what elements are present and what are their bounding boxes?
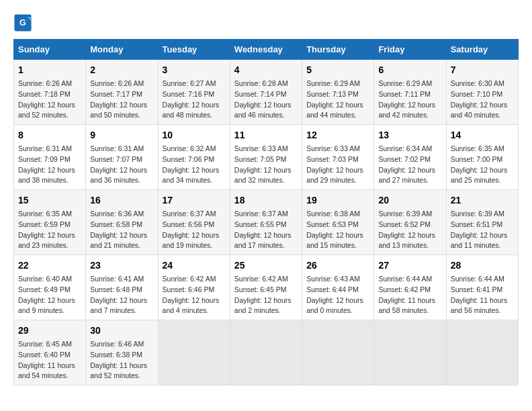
- day-number: 7: [451, 63, 514, 77]
- calendar-cell: 17Sunrise: 6:37 AMSunset: 6:56 PMDayligh…: [158, 190, 230, 255]
- calendar-cell: [158, 320, 230, 385]
- logo-icon: G: [13, 13, 32, 32]
- day-number: 26: [306, 259, 369, 273]
- calendar-cell: [446, 320, 518, 385]
- day-info: Sunrise: 6:30 AMSunset: 7:10 PMDaylight:…: [451, 79, 514, 121]
- calendar-cell: 21Sunrise: 6:39 AMSunset: 6:51 PMDayligh…: [446, 190, 518, 255]
- svg-text:G: G: [19, 18, 26, 28]
- week-row-1: 1Sunrise: 6:26 AMSunset: 7:18 PMDaylight…: [14, 60, 519, 125]
- week-row-5: 29Sunrise: 6:45 AMSunset: 6:40 PMDayligh…: [14, 320, 519, 385]
- day-info: Sunrise: 6:26 AMSunset: 7:17 PMDaylight:…: [90, 79, 153, 121]
- calendar-cell: 24Sunrise: 6:42 AMSunset: 6:46 PMDayligh…: [158, 255, 230, 320]
- page-header: G: [13, 13, 519, 32]
- week-row-4: 22Sunrise: 6:40 AMSunset: 6:49 PMDayligh…: [14, 255, 519, 320]
- day-number: 19: [306, 193, 369, 208]
- day-number: 9: [90, 128, 153, 142]
- calendar-cell: 20Sunrise: 6:39 AMSunset: 6:52 PMDayligh…: [374, 190, 446, 255]
- calendar-cell: 1Sunrise: 6:26 AMSunset: 7:18 PMDaylight…: [14, 60, 86, 125]
- day-info: Sunrise: 6:39 AMSunset: 6:51 PMDaylight:…: [451, 209, 514, 251]
- day-number: 21: [451, 193, 514, 208]
- calendar-cell: [374, 320, 446, 385]
- col-header-friday: Friday: [374, 40, 446, 60]
- calendar-cell: 7Sunrise: 6:30 AMSunset: 7:10 PMDaylight…: [446, 60, 518, 125]
- day-info: Sunrise: 6:39 AMSunset: 6:52 PMDaylight:…: [378, 209, 441, 251]
- col-header-thursday: Thursday: [302, 40, 374, 60]
- calendar-cell: 30Sunrise: 6:46 AMSunset: 6:38 PMDayligh…: [86, 320, 158, 385]
- day-number: 18: [234, 193, 298, 208]
- calendar-cell: 5Sunrise: 6:29 AMSunset: 7:13 PMDaylight…: [302, 60, 374, 125]
- day-info: Sunrise: 6:27 AMSunset: 7:16 PMDaylight:…: [163, 79, 226, 121]
- day-number: 30: [90, 324, 153, 338]
- day-number: 17: [163, 193, 226, 208]
- calendar-cell: 9Sunrise: 6:31 AMSunset: 7:07 PMDaylight…: [86, 125, 158, 190]
- day-number: 23: [90, 259, 153, 273]
- calendar-cell: 6Sunrise: 6:29 AMSunset: 7:11 PMDaylight…: [374, 60, 446, 125]
- day-info: Sunrise: 6:38 AMSunset: 6:53 PMDaylight:…: [306, 209, 369, 251]
- day-number: 4: [234, 63, 298, 77]
- day-info: Sunrise: 6:44 AMSunset: 6:42 PMDaylight:…: [378, 274, 441, 316]
- calendar-cell: 2Sunrise: 6:26 AMSunset: 7:17 PMDaylight…: [86, 60, 158, 125]
- calendar-cell: 28Sunrise: 6:44 AMSunset: 6:41 PMDayligh…: [446, 255, 518, 320]
- col-header-monday: Monday: [86, 40, 158, 60]
- day-info: Sunrise: 6:31 AMSunset: 7:09 PMDaylight:…: [18, 144, 81, 186]
- day-info: Sunrise: 6:40 AMSunset: 6:49 PMDaylight:…: [18, 274, 81, 316]
- day-info: Sunrise: 6:37 AMSunset: 6:55 PMDaylight:…: [234, 209, 298, 251]
- day-info: Sunrise: 6:26 AMSunset: 7:18 PMDaylight:…: [18, 79, 81, 121]
- day-info: Sunrise: 6:31 AMSunset: 7:07 PMDaylight:…: [90, 144, 153, 186]
- calendar-cell: 27Sunrise: 6:44 AMSunset: 6:42 PMDayligh…: [374, 255, 446, 320]
- day-info: Sunrise: 6:41 AMSunset: 6:48 PMDaylight:…: [90, 274, 153, 316]
- day-number: 8: [18, 128, 81, 142]
- calendar-cell: 8Sunrise: 6:31 AMSunset: 7:09 PMDaylight…: [14, 125, 86, 190]
- day-info: Sunrise: 6:33 AMSunset: 7:03 PMDaylight:…: [306, 144, 369, 186]
- calendar-cell: 15Sunrise: 6:35 AMSunset: 6:59 PMDayligh…: [14, 190, 86, 255]
- day-info: Sunrise: 6:35 AMSunset: 7:00 PMDaylight:…: [451, 144, 514, 186]
- col-header-saturday: Saturday: [446, 40, 518, 60]
- day-info: Sunrise: 6:32 AMSunset: 7:06 PMDaylight:…: [163, 144, 226, 186]
- day-number: 20: [378, 193, 441, 208]
- calendar-cell: 25Sunrise: 6:42 AMSunset: 6:45 PMDayligh…: [230, 255, 302, 320]
- day-info: Sunrise: 6:33 AMSunset: 7:05 PMDaylight:…: [234, 144, 298, 186]
- day-number: 29: [18, 324, 81, 338]
- day-info: Sunrise: 6:29 AMSunset: 7:11 PMDaylight:…: [378, 79, 441, 121]
- day-number: 16: [90, 193, 153, 208]
- calendar-table: SundayMondayTuesdayWednesdayThursdayFrid…: [13, 39, 519, 385]
- day-number: 3: [163, 63, 226, 77]
- day-info: Sunrise: 6:42 AMSunset: 6:46 PMDaylight:…: [163, 274, 226, 316]
- calendar-cell: 19Sunrise: 6:38 AMSunset: 6:53 PMDayligh…: [302, 190, 374, 255]
- day-number: 15: [18, 193, 81, 208]
- day-number: 12: [306, 128, 369, 142]
- day-info: Sunrise: 6:46 AMSunset: 6:38 PMDaylight:…: [90, 339, 153, 381]
- calendar-cell: [230, 320, 302, 385]
- col-header-sunday: Sunday: [14, 40, 86, 60]
- week-row-3: 15Sunrise: 6:35 AMSunset: 6:59 PMDayligh…: [14, 190, 519, 255]
- calendar-cell: 26Sunrise: 6:43 AMSunset: 6:44 PMDayligh…: [302, 255, 374, 320]
- week-row-2: 8Sunrise: 6:31 AMSunset: 7:09 PMDaylight…: [14, 125, 519, 190]
- calendar-cell: 11Sunrise: 6:33 AMSunset: 7:05 PMDayligh…: [230, 125, 302, 190]
- logo: G: [13, 13, 35, 32]
- day-number: 25: [234, 259, 298, 273]
- calendar-cell: 13Sunrise: 6:34 AMSunset: 7:02 PMDayligh…: [374, 125, 446, 190]
- calendar-cell: 23Sunrise: 6:41 AMSunset: 6:48 PMDayligh…: [86, 255, 158, 320]
- calendar-cell: 10Sunrise: 6:32 AMSunset: 7:06 PMDayligh…: [158, 125, 230, 190]
- day-number: 5: [306, 63, 369, 77]
- day-info: Sunrise: 6:42 AMSunset: 6:45 PMDaylight:…: [234, 274, 298, 316]
- day-info: Sunrise: 6:36 AMSunset: 6:58 PMDaylight:…: [90, 209, 153, 251]
- calendar-cell: 3Sunrise: 6:27 AMSunset: 7:16 PMDaylight…: [158, 60, 230, 125]
- calendar-cell: 29Sunrise: 6:45 AMSunset: 6:40 PMDayligh…: [14, 320, 86, 385]
- calendar-cell: 16Sunrise: 6:36 AMSunset: 6:58 PMDayligh…: [86, 190, 158, 255]
- day-info: Sunrise: 6:34 AMSunset: 7:02 PMDaylight:…: [378, 144, 441, 186]
- day-number: 27: [378, 259, 441, 273]
- calendar-cell: 12Sunrise: 6:33 AMSunset: 7:03 PMDayligh…: [302, 125, 374, 190]
- day-info: Sunrise: 6:29 AMSunset: 7:13 PMDaylight:…: [306, 79, 369, 121]
- calendar-cell: 14Sunrise: 6:35 AMSunset: 7:00 PMDayligh…: [446, 125, 518, 190]
- calendar-header-row: SundayMondayTuesdayWednesdayThursdayFrid…: [14, 40, 519, 60]
- calendar-cell: 18Sunrise: 6:37 AMSunset: 6:55 PMDayligh…: [230, 190, 302, 255]
- col-header-wednesday: Wednesday: [230, 40, 302, 60]
- day-info: Sunrise: 6:28 AMSunset: 7:14 PMDaylight:…: [234, 79, 298, 121]
- day-number: 11: [234, 128, 298, 142]
- day-info: Sunrise: 6:35 AMSunset: 6:59 PMDaylight:…: [18, 209, 81, 251]
- day-info: Sunrise: 6:44 AMSunset: 6:41 PMDaylight:…: [451, 274, 514, 316]
- day-number: 14: [451, 128, 514, 142]
- day-number: 2: [90, 63, 153, 77]
- day-number: 13: [378, 128, 441, 142]
